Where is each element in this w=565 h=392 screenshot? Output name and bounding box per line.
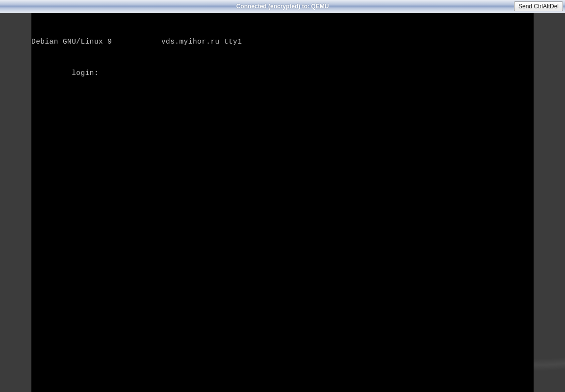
connection-status-text: Connected (encrypted) to: QEMU bbox=[236, 3, 329, 10]
banner-line: Debian GNU/Linux 9 vds.myihor.ru tty1 bbox=[31, 38, 534, 46]
terminal-screen[interactable]: Debian GNU/Linux 9 vds.myihor.ru tty1 lo… bbox=[31, 13, 534, 392]
console-wrapper: Debian GNU/Linux 9 vds.myihor.ru tty1 lo… bbox=[0, 13, 565, 392]
login-row: login: bbox=[31, 69, 534, 77]
login-prompt: login: bbox=[31, 69, 103, 77]
send-ctrl-alt-del-button[interactable]: Send CtrlAltDel bbox=[514, 1, 563, 11]
vnc-status-bar: Connected (encrypted) to: QEMU Send Ctrl… bbox=[0, 0, 565, 13]
login-input[interactable] bbox=[103, 69, 201, 77]
